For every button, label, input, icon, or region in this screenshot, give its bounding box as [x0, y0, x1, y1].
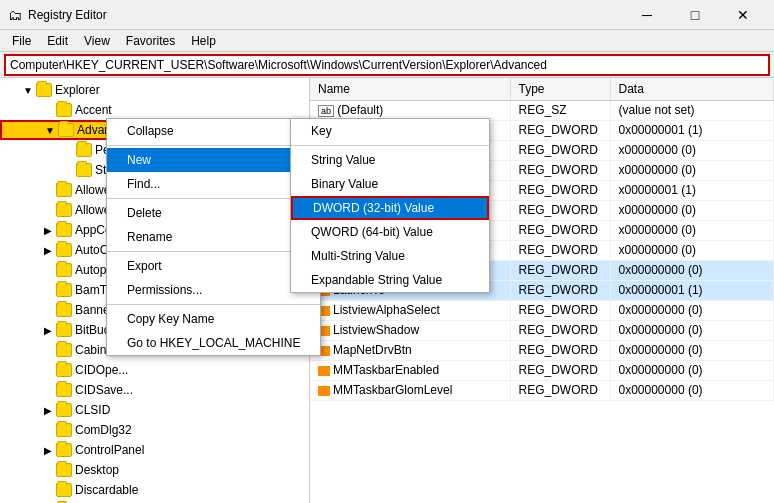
- separator: [107, 304, 320, 305]
- ctx-new-label: New: [127, 153, 151, 167]
- folder-icon: [56, 423, 72, 437]
- reg-name: MMTaskbarGlomLevel: [310, 380, 510, 400]
- tree-item-cidope[interactable]: ▶ CIDOpe...: [0, 360, 309, 380]
- menu-file[interactable]: File: [4, 32, 39, 50]
- ctx-collapse[interactable]: Collapse: [107, 119, 320, 143]
- reg-data: 0x00000001 (1): [610, 280, 774, 300]
- ab-icon: ab: [318, 105, 334, 117]
- expand-icon: ▶: [40, 442, 56, 458]
- separator: [107, 145, 320, 146]
- app-icon: 🗂: [8, 7, 22, 23]
- window-controls: ─ □ ✕: [624, 0, 766, 30]
- sub-string-value[interactable]: String Value: [291, 148, 489, 172]
- ctx-permissions[interactable]: Permissions...: [107, 278, 320, 302]
- folder-icon: [58, 123, 74, 137]
- reg-type: REG_DWORD: [510, 380, 610, 400]
- reg-type: REG_DWORD: [510, 260, 610, 280]
- folder-icon: [56, 223, 72, 237]
- reg-type: REG_DWORD: [510, 120, 610, 140]
- tree-item-clsid[interactable]: ▶ CLSID: [0, 400, 309, 420]
- reg-type: REG_DWORD: [510, 340, 610, 360]
- folder-icon: [56, 263, 72, 277]
- folder-icon: [56, 303, 72, 317]
- reg-type: REG_DWORD: [510, 320, 610, 340]
- separator: [107, 251, 320, 252]
- submenu: Key String Value Binary Value DWORD (32-…: [290, 118, 490, 293]
- ctx-copy-key-name[interactable]: Copy Key Name: [107, 307, 320, 331]
- reg-type: REG_DWORD: [510, 240, 610, 260]
- reg-type: REG_DWORD: [510, 200, 610, 220]
- table-row[interactable]: ListviewShadow REG_DWORD 0x00000000 (0): [310, 320, 774, 340]
- folder-icon: [56, 323, 72, 337]
- folder-icon: [56, 203, 72, 217]
- reg-data: 0x00000001 (1): [610, 120, 774, 140]
- reg-name: MapNetDrvBtn: [310, 340, 510, 360]
- reg-data: 0x00000000 (0): [610, 300, 774, 320]
- menu-bar: File Edit View Favorites Help: [0, 30, 774, 52]
- menu-view[interactable]: View: [76, 32, 118, 50]
- folder-icon: [56, 483, 72, 497]
- reg-data: 0x00000000 (0): [610, 380, 774, 400]
- sub-dword-value[interactable]: DWORD (32-bit) Value: [291, 196, 489, 220]
- menu-favorites[interactable]: Favorites: [118, 32, 183, 50]
- sub-binary-value[interactable]: Binary Value: [291, 172, 489, 196]
- tree-label: CLSID: [75, 403, 110, 417]
- close-button[interactable]: ✕: [720, 0, 766, 30]
- folder-icon: [56, 103, 72, 117]
- reg-data: 0x00000000 (0): [610, 360, 774, 380]
- maximize-button[interactable]: □: [672, 0, 718, 30]
- folder-icon: [36, 83, 52, 97]
- table-row[interactable]: MMTaskbarGlomLevel REG_DWORD 0x00000000 …: [310, 380, 774, 400]
- tree-label: ControlPanel: [75, 443, 144, 457]
- table-row[interactable]: ab (Default) REG_SZ (value not set): [310, 100, 774, 120]
- address-bar: [0, 52, 774, 78]
- reg-type: REG_DWORD: [510, 360, 610, 380]
- tree-item-desktop[interactable]: ▶ Desktop: [0, 460, 309, 480]
- sub-expandable-string-value[interactable]: Expandable String Value: [291, 268, 489, 292]
- table-row[interactable]: ListviewAlphaSelect REG_DWORD 0x00000000…: [310, 300, 774, 320]
- menu-edit[interactable]: Edit: [39, 32, 76, 50]
- tree-item-accent[interactable]: ▶ Accent: [0, 100, 309, 120]
- sub-key[interactable]: Key: [291, 119, 489, 143]
- reg-type: REG_DWORD: [510, 220, 610, 240]
- ctx-delete[interactable]: Delete: [107, 201, 320, 225]
- expand-icon: ▶: [40, 402, 56, 418]
- tree-item-cidsave[interactable]: ▶ CIDSave...: [0, 380, 309, 400]
- menu-help[interactable]: Help: [183, 32, 224, 50]
- ctx-rename[interactable]: Rename: [107, 225, 320, 249]
- ctx-new[interactable]: New ▶: [107, 148, 320, 172]
- reg-data: x00000000 (0): [610, 160, 774, 180]
- reg-data: x00000000 (0): [610, 220, 774, 240]
- address-input[interactable]: [4, 54, 770, 76]
- ctx-export[interactable]: Export: [107, 254, 320, 278]
- tree-label: Accent: [75, 103, 112, 117]
- sub-qword-value[interactable]: QWORD (64-bit) Value: [291, 220, 489, 244]
- minimize-button[interactable]: ─: [624, 0, 670, 30]
- folder-icon: [56, 243, 72, 257]
- reg-type: REG_DWORD: [510, 280, 610, 300]
- reg-data: 0x00000000 (0): [610, 260, 774, 280]
- reg-data: x00000000 (0): [610, 140, 774, 160]
- col-type: Type: [510, 78, 610, 100]
- tree-item-comdlg32[interactable]: ▶ ComDlg32: [0, 420, 309, 440]
- tree-label: Discardable: [75, 483, 138, 497]
- tree-item-controlpanel[interactable]: ▶ ControlPanel: [0, 440, 309, 460]
- expand-icon: ▼: [20, 82, 36, 98]
- separator: [291, 145, 489, 146]
- reg-type: REG_DWORD: [510, 300, 610, 320]
- table-row[interactable]: MapNetDrvBtn REG_DWORD 0x00000000 (0): [310, 340, 774, 360]
- reg-name: MMTaskbarEnabled: [310, 360, 510, 380]
- reg-data: 0x00000000 (0): [610, 340, 774, 360]
- separator: [107, 198, 320, 199]
- ctx-goto-hklm[interactable]: Go to HKEY_LOCAL_MACHINE: [107, 331, 320, 355]
- tree-item-discardable[interactable]: ▶ Discardable: [0, 480, 309, 500]
- table-row[interactable]: MMTaskbarEnabled REG_DWORD 0x00000000 (0…: [310, 360, 774, 380]
- dword-icon: [318, 386, 330, 396]
- folder-icon: [76, 143, 92, 157]
- tree-item-explorer[interactable]: ▼ Explorer: [0, 80, 309, 100]
- sub-multi-string-value[interactable]: Multi-String Value: [291, 244, 489, 268]
- folder-icon: [56, 363, 72, 377]
- ctx-find[interactable]: Find...: [107, 172, 320, 196]
- expand-icon: ▶: [40, 242, 56, 258]
- reg-type: REG_DWORD: [510, 140, 610, 160]
